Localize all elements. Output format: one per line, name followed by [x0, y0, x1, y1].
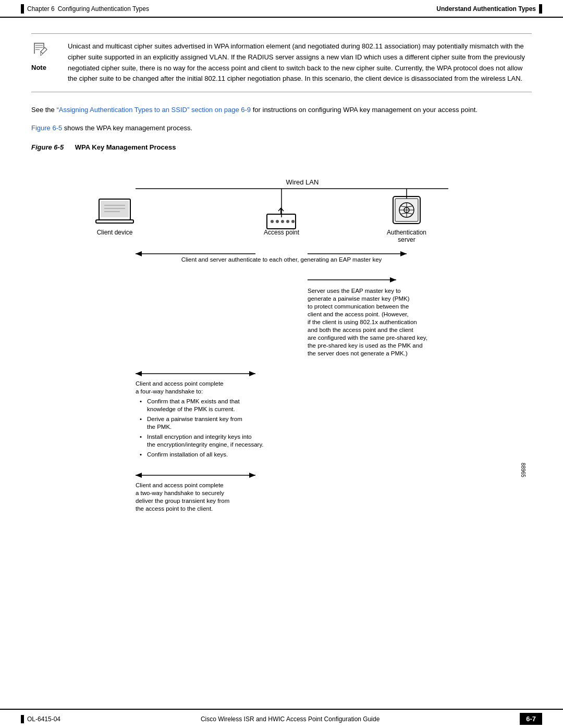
- footer-left: OL-6415-04: [21, 715, 60, 723]
- arrow3-text-2: a four-way handshake to:: [136, 388, 203, 394]
- footer-doc-id: OL-6415-04: [27, 715, 60, 723]
- note-text: Unicast and multicast cipher suites adve…: [68, 41, 532, 84]
- wired-lan-label: Wired LAN: [286, 178, 319, 186]
- arrow2-text-6: and both the access point and the client: [308, 327, 413, 333]
- arrow2-text-3: to protect communication between the: [308, 303, 409, 310]
- body-para-1-link[interactable]: “Assigning Authentication Types to an SS…: [56, 106, 251, 114]
- bullet2-text2: the PMK.: [147, 424, 172, 430]
- arrow3-left-head: [136, 371, 142, 376]
- diagram: Wired LAN Client device: [31, 157, 532, 555]
- main-content: Note Unicast and multicast cipher suites…: [0, 18, 563, 578]
- svg-rect-5: [96, 220, 133, 223]
- figure-ref-link[interactable]: Figure 6-5: [31, 124, 62, 132]
- arrow3-text-1: Client and access point complete: [136, 380, 224, 387]
- note-section: Note Unicast and multicast cipher suites…: [31, 33, 532, 92]
- body-para-1-post: for instructions on configuring WPA key …: [251, 106, 478, 114]
- bullet4-dot: •: [140, 451, 142, 458]
- page-footer: OL-6415-04 Cisco Wireless ISR and HWIC A…: [0, 709, 563, 728]
- arrow2-text-5: if the client is using 802.1x authentica…: [308, 319, 417, 325]
- diagram-svg: Wired LAN Client device: [31, 157, 532, 553]
- header-right-bar: [539, 4, 542, 14]
- figure-title: WPA Key Management Process: [75, 143, 176, 151]
- body-para-1: See the “Assigning Authentication Types …: [31, 105, 532, 116]
- arrow4-text-1: Client and access point complete: [136, 482, 224, 488]
- arrow4-text-4: the access point to the client.: [136, 505, 213, 512]
- svg-rect-4: [101, 201, 129, 217]
- arrow2-text-4: client and the access point. (However,: [308, 311, 409, 317]
- bullet4-text: Confirm installation of all keys.: [147, 451, 228, 458]
- svg-point-11: [276, 220, 279, 223]
- bullet1-text2: knowledge of the PMK is current.: [147, 406, 235, 412]
- arrow4-right-head: [249, 473, 255, 478]
- bullet1-dot: •: [140, 398, 142, 404]
- svg-point-12: [281, 220, 284, 223]
- header-left-bar: [21, 4, 24, 14]
- arrow2-text-2: generate a pairwise master key (PMK): [308, 295, 410, 302]
- bullet3-text2: the encryption/integrity engine, if nece…: [147, 441, 264, 448]
- header-chapter-title: Configuring Authentication Types: [58, 5, 149, 13]
- auth-server-label2: server: [398, 236, 415, 243]
- note-icon-area: Note: [31, 41, 68, 71]
- arrow4-text-2: a two-way handshake to securely: [136, 490, 224, 496]
- arrow2-right-head: [390, 277, 396, 282]
- auth-server-icon: [393, 196, 420, 224]
- svg-point-10: [271, 220, 274, 223]
- svg-point-14: [291, 220, 295, 223]
- arrow2-text-1: Server uses the EAP master key to: [308, 288, 401, 294]
- footer-left-bar: [21, 715, 24, 723]
- client-device-icon: [96, 199, 133, 223]
- bullet3-text: Install encryption and integrity keys in…: [147, 434, 252, 440]
- arrow3-right-head: [249, 371, 255, 376]
- arrow2-text-8: the pre-shared key is used as the PMK an…: [308, 342, 423, 349]
- footer-right: 6-7: [520, 713, 542, 725]
- arrow1-left-head: [136, 251, 142, 256]
- bullet3-dot: •: [140, 434, 142, 440]
- note-pencil-icon: [31, 41, 48, 61]
- footer-doc-title: Cisco Wireless ISR and HWIC Access Point…: [201, 715, 380, 723]
- bullet2-dot: •: [140, 416, 142, 422]
- figure-id: 88965: [520, 463, 526, 477]
- access-point-icon: [267, 208, 296, 229]
- client-device-label: Client device: [97, 229, 133, 236]
- arrow1-right-head: [400, 251, 407, 256]
- figure-number: Figure 6-5: [31, 143, 64, 151]
- bullet1-text: Confirm that a PMK exists and that: [147, 398, 240, 404]
- access-point-label: Access point: [264, 229, 300, 236]
- footer-center: Cisco Wireless ISR and HWIC Access Point…: [201, 715, 380, 723]
- header-left: Chapter 6 Configuring Authentication Typ…: [21, 4, 149, 14]
- page-header: Chapter 6 Configuring Authentication Typ…: [0, 0, 563, 18]
- arrow2-text-9: the server does not generate a PMK.): [308, 350, 408, 356]
- header-right: Understand Authentication Types: [436, 4, 542, 14]
- header-chapter: Chapter 6: [27, 5, 55, 13]
- svg-point-13: [286, 220, 289, 223]
- header-section-title: Understand Authentication Types: [436, 5, 536, 13]
- arrow1-label: Client and server authenticate to each o…: [181, 256, 382, 263]
- figure-caption: Figure 6-5 WPA Key Management Process: [31, 143, 532, 151]
- bullet2-text: Derive a pairwise transient key from: [147, 416, 242, 422]
- body-para-1-pre: See the: [31, 106, 56, 114]
- body-para-2-post: shows the WPA key management process.: [62, 124, 192, 132]
- note-label: Note: [31, 64, 46, 71]
- auth-server-label1: Authentication: [387, 229, 426, 236]
- arrow4-left-head: [136, 473, 142, 478]
- page-number: 6-7: [520, 713, 542, 725]
- body-para-2: Figure 6-5 shows the WPA key management …: [31, 123, 532, 134]
- figure-container: Figure 6-5 WPA Key Management Process Wi…: [31, 143, 532, 555]
- arrow2-text-7: are configured with the same pre-shared …: [308, 335, 427, 341]
- arrow4-text-3: deliver the group transient key from: [136, 498, 229, 504]
